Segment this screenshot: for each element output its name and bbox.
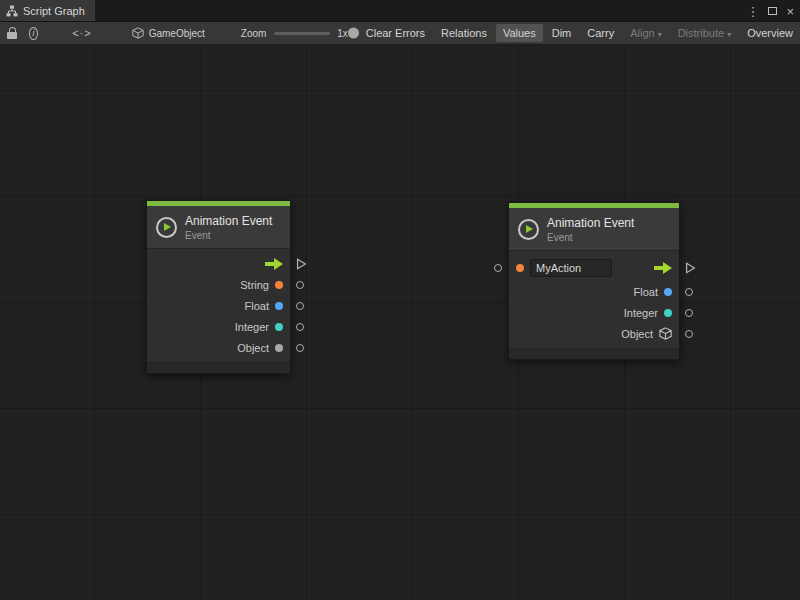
align-label: Align bbox=[630, 27, 654, 39]
carry-button[interactable]: Carry bbox=[580, 24, 621, 42]
output-port-float[interactable] bbox=[296, 302, 304, 310]
output-port-float[interactable] bbox=[685, 288, 693, 296]
output-port-integer[interactable] bbox=[685, 309, 693, 317]
output-port-integer[interactable] bbox=[296, 323, 304, 331]
relations-button[interactable]: Relations bbox=[434, 24, 494, 42]
node-body: String Float Integer Object bbox=[147, 248, 290, 362]
output-row-object: Object bbox=[147, 337, 290, 358]
string-type-dot bbox=[516, 264, 524, 272]
output-row-integer: Integer bbox=[509, 302, 679, 323]
flow-output-row bbox=[147, 253, 290, 274]
node-subtitle: Event bbox=[185, 230, 272, 241]
graph-canvas[interactable]: Animation Event Event String Float bbox=[0, 46, 800, 600]
overview-button[interactable]: Overview bbox=[740, 24, 800, 42]
distribute-label: Distribute bbox=[678, 27, 724, 39]
chevron-down-icon: ▾ bbox=[658, 30, 662, 39]
lock-icon[interactable] bbox=[7, 27, 17, 39]
output-row-string: String bbox=[147, 274, 290, 295]
float-type-dot bbox=[275, 302, 283, 310]
zoom-slider[interactable] bbox=[274, 32, 330, 35]
string-input-row bbox=[509, 255, 679, 281]
float-type-dot bbox=[664, 288, 672, 296]
string-type-dot bbox=[275, 281, 283, 289]
chevron-down-icon: ▾ bbox=[727, 30, 731, 39]
window-close-icon[interactable]: × bbox=[786, 5, 794, 18]
node-title: Animation Event bbox=[547, 216, 634, 230]
output-port-object[interactable] bbox=[685, 330, 693, 338]
target-gameobject-label: GameObject bbox=[149, 28, 205, 39]
tab-script-graph[interactable]: Script Graph bbox=[0, 0, 95, 21]
align-dropdown[interactable]: Align▾ bbox=[623, 24, 668, 42]
string-input[interactable] bbox=[530, 259, 612, 277]
node-footer bbox=[509, 348, 679, 359]
tab-bar: Script Graph ⋮ × bbox=[0, 0, 800, 22]
window-maximize-icon[interactable] bbox=[768, 7, 777, 15]
zoom-value: 1x bbox=[337, 28, 348, 39]
port-label: Float bbox=[634, 286, 658, 298]
flow-arrow-icon bbox=[265, 258, 283, 270]
output-port-object[interactable] bbox=[296, 344, 304, 352]
integer-type-dot bbox=[275, 323, 283, 331]
values-button[interactable]: Values bbox=[496, 24, 543, 42]
node-title: Animation Event bbox=[185, 214, 272, 228]
object-type-dot bbox=[275, 344, 283, 352]
zoom-slider-thumb[interactable] bbox=[348, 28, 359, 39]
info-icon[interactable]: i bbox=[29, 27, 38, 40]
object-cube-icon bbox=[659, 327, 672, 340]
input-port-string[interactable] bbox=[494, 264, 502, 272]
node-subtitle: Event bbox=[547, 232, 634, 243]
clear-errors-button[interactable]: Clear Errors bbox=[359, 24, 432, 42]
graph-toolbar: i <·> GameObject Zoom 1x Clear Errors Re… bbox=[0, 22, 800, 45]
integer-type-dot bbox=[664, 309, 672, 317]
gameobject-icon bbox=[132, 27, 144, 39]
output-port-string[interactable] bbox=[296, 281, 304, 289]
output-row-float: Float bbox=[147, 295, 290, 316]
code-view-icon[interactable]: <·> bbox=[72, 27, 92, 39]
event-play-icon bbox=[156, 217, 177, 238]
node-animation-event-right[interactable]: Animation Event Event Float bbox=[508, 202, 680, 360]
port-label: Object bbox=[621, 328, 653, 340]
node-body: Float Integer Object bbox=[509, 250, 679, 348]
zoom-label: Zoom bbox=[241, 28, 267, 39]
node-footer bbox=[147, 362, 290, 373]
tab-title: Script Graph bbox=[23, 5, 85, 17]
node-animation-event-left[interactable]: Animation Event Event String Float bbox=[146, 200, 291, 374]
port-label: Integer bbox=[235, 321, 269, 333]
output-row-integer: Integer bbox=[147, 316, 290, 337]
port-label: Float bbox=[245, 300, 269, 312]
script-graph-icon bbox=[6, 5, 18, 17]
port-label: Object bbox=[237, 342, 269, 354]
script-graph-window: Script Graph ⋮ × i <·> GameObject Zoom 1… bbox=[0, 0, 800, 600]
node-header: Animation Event Event bbox=[509, 208, 679, 250]
port-label: Integer bbox=[624, 307, 658, 319]
flow-arrow-icon bbox=[654, 262, 672, 274]
node-header: Animation Event Event bbox=[147, 206, 290, 248]
port-label: String bbox=[240, 279, 269, 291]
distribute-dropdown[interactable]: Distribute▾ bbox=[671, 24, 738, 42]
output-row-object: Object bbox=[509, 323, 679, 344]
flow-output-port[interactable] bbox=[685, 262, 696, 275]
flow-output-port[interactable] bbox=[296, 257, 307, 270]
event-play-icon bbox=[518, 219, 539, 240]
output-row-float: Float bbox=[509, 281, 679, 302]
window-menu-icon[interactable]: ⋮ bbox=[746, 5, 759, 18]
window-controls: ⋮ × bbox=[746, 0, 794, 22]
dim-button[interactable]: Dim bbox=[545, 24, 579, 42]
